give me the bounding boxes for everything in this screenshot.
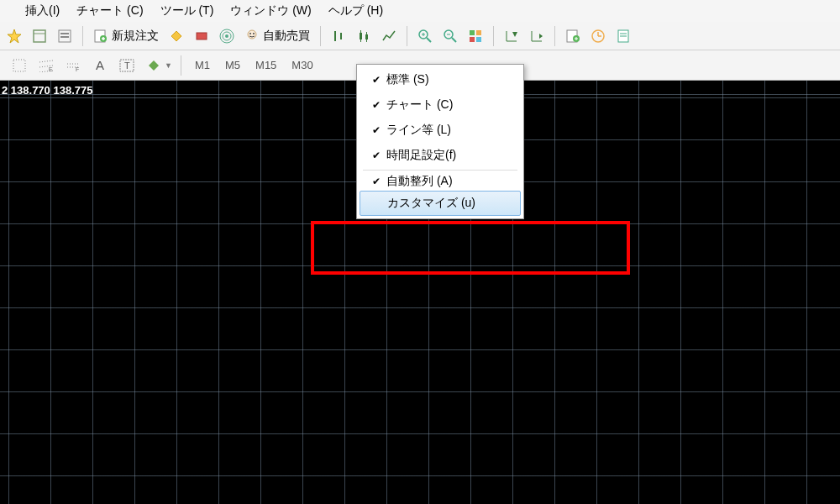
- svg-point-16: [249, 33, 251, 34]
- check-icon: ✔: [366, 150, 386, 161]
- check-icon: ✔: [366, 99, 386, 111]
- check-icon: ✔: [366, 124, 386, 136]
- svg-line-29: [452, 38, 456, 42]
- menu-item-label: カスタマイズ (u): [387, 196, 475, 211]
- svg-point-17: [253, 33, 255, 34]
- menubar: 挿入(I) チャート (C) ツール (T) ウィンドウ (W) ヘルプ (H): [0, 0, 840, 22]
- menu-chart[interactable]: チャート (C): [76, 3, 143, 18]
- tile-icon[interactable]: [465, 25, 486, 47]
- text-tool-a[interactable]: A: [89, 55, 111, 76]
- toolbar-context-menu: ✔ 標準 (S) ✔ チャート (C) ✔ ライン等 (L) ✔ 時間足設定(f…: [356, 64, 524, 219]
- menu-item-label: 標準 (S): [386, 72, 429, 87]
- auto-trade-button[interactable]: 自動売買: [241, 29, 313, 44]
- dropdown-arrow-icon[interactable]: ▼: [165, 61, 172, 70]
- zoom-in-icon[interactable]: [414, 25, 436, 47]
- shift-icon[interactable]: [526, 25, 548, 47]
- timeframe-m30[interactable]: M30: [286, 57, 318, 73]
- channel-icon[interactable]: F: [62, 55, 84, 76]
- menu-item-customize[interactable]: カスタマイズ (u): [360, 191, 521, 216]
- scroll-icon[interactable]: [501, 25, 522, 47]
- timeframe-m15[interactable]: M15: [250, 57, 281, 73]
- favorite-icon[interactable]: [3, 25, 25, 47]
- svg-line-52: [39, 60, 53, 62]
- check-icon: ✔: [366, 74, 386, 86]
- toolbar-separator: [554, 26, 555, 46]
- check-icon: ✔: [366, 176, 386, 187]
- svg-text:F: F: [76, 66, 79, 72]
- svg-rect-11: [197, 33, 207, 39]
- chart-info-label: 2 138.770 138.775: [2, 84, 92, 97]
- indicators-icon[interactable]: [562, 25, 584, 47]
- line-chart-icon[interactable]: [378, 25, 400, 47]
- svg-line-25: [427, 38, 431, 42]
- period-icon[interactable]: [587, 25, 609, 47]
- svg-marker-40: [539, 34, 543, 39]
- menu-item-label: 自動整列 (A): [386, 174, 453, 189]
- object-marker-icon[interactable]: [143, 55, 165, 76]
- toolbar-separator: [82, 26, 83, 46]
- toolbar-separator: [407, 26, 407, 46]
- new-order-button[interactable]: 新規注文: [90, 29, 162, 44]
- menu-item-standard[interactable]: ✔ 標準 (S): [360, 67, 521, 92]
- svg-point-12: [225, 34, 228, 38]
- menu-item-timeframe[interactable]: ✔ 時間足設定(f): [360, 143, 521, 168]
- menu-help[interactable]: ヘルプ (H): [328, 3, 383, 18]
- menu-item-label: 時間足設定(f): [386, 148, 456, 163]
- candle-chart-icon[interactable]: [353, 25, 375, 47]
- svg-marker-37: [512, 32, 517, 37]
- toolbar-separator: [493, 26, 494, 46]
- svg-marker-0: [8, 29, 21, 43]
- svg-rect-5: [60, 36, 69, 38]
- auto-trade-label: 自動売買: [263, 29, 310, 44]
- new-order-label: 新規注文: [112, 29, 159, 44]
- timeframe-m5[interactable]: M5: [220, 57, 245, 73]
- svg-marker-10: [171, 31, 181, 41]
- menu-tool[interactable]: ツール (T): [160, 3, 214, 18]
- svg-rect-32: [476, 30, 481, 35]
- menu-insert[interactable]: 挿入(I): [25, 3, 60, 18]
- toolbar-separator: [320, 26, 321, 46]
- svg-text:T: T: [124, 60, 130, 71]
- svg-rect-1: [34, 30, 45, 42]
- grid2-icon[interactable]: E: [35, 55, 57, 76]
- svg-rect-33: [470, 37, 475, 42]
- timeframe-m1[interactable]: M1: [190, 57, 215, 73]
- svg-rect-31: [470, 30, 475, 35]
- nav-icon[interactable]: [29, 25, 50, 47]
- menu-item-lines[interactable]: ✔ ライン等 (L): [360, 118, 521, 143]
- bar-chart-icon[interactable]: [328, 25, 349, 47]
- menu-item-label: ライン等 (L): [386, 123, 451, 138]
- menu-item-auto-arrange[interactable]: ✔ 自動整列 (A): [360, 172, 521, 191]
- main-toolbar: 新規注文 自動売買: [0, 22, 840, 50]
- menu-item-chart[interactable]: ✔ チャート (C): [360, 92, 521, 118]
- expert-icon[interactable]: [191, 25, 213, 47]
- svg-rect-51: [13, 60, 25, 71]
- toolbar-separator: [181, 55, 181, 76]
- diamond-icon[interactable]: [165, 25, 187, 47]
- svg-rect-34: [476, 37, 481, 42]
- menu-separator: [363, 170, 517, 171]
- template-icon[interactable]: [612, 25, 634, 47]
- menu-window[interactable]: ウィンドウ (W): [230, 3, 311, 18]
- signal-icon[interactable]: [216, 25, 238, 47]
- svg-text:E: E: [49, 66, 53, 72]
- grid1-icon[interactable]: [8, 55, 30, 76]
- svg-marker-61: [149, 60, 159, 71]
- zoom-out-icon[interactable]: [439, 25, 461, 47]
- text-label-icon[interactable]: T: [116, 55, 138, 76]
- menu-item-label: チャート (C): [386, 97, 453, 113]
- svg-rect-4: [60, 33, 69, 34]
- data-window-icon[interactable]: [54, 25, 76, 47]
